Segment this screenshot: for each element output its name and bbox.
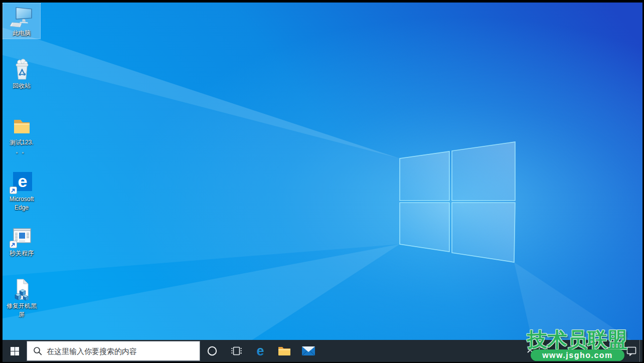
desktop: 此电脑 回收站 xyxy=(3,3,642,362)
network-button[interactable] xyxy=(536,340,550,362)
search-input[interactable] xyxy=(47,347,200,355)
windows10-wallpaper xyxy=(3,3,642,362)
tray-icons-covered-by-watermark xyxy=(550,340,623,362)
icon-label: 回收站 xyxy=(13,82,31,90)
cortana-circle-icon xyxy=(207,345,218,356)
icon-label: Microsoft xyxy=(10,196,34,203)
shortcut-arrow-icon xyxy=(10,187,17,194)
ime-icon[interactable] xyxy=(592,344,599,353)
chevron-up-icon xyxy=(527,348,534,353)
cortana-button[interactable] xyxy=(200,340,224,362)
speech-bubble-icon xyxy=(626,346,637,356)
folder-icon xyxy=(278,345,291,356)
hidden-icons-button[interactable] xyxy=(524,340,536,362)
icon-label: 测试123. xyxy=(10,139,33,146)
mail-button[interactable] xyxy=(296,340,320,362)
svg-text:e: e xyxy=(256,343,264,358)
start-button[interactable] xyxy=(3,340,27,362)
icon-label-line2: 。。 xyxy=(16,147,28,155)
icon-label: 修复开机黑 xyxy=(7,302,37,310)
monitor-icon xyxy=(538,346,548,355)
mail-envelope-icon xyxy=(301,345,315,356)
desktop-icon-microsoft-edge[interactable]: e Microsoft Edge xyxy=(3,169,40,213)
screenshot-frame: 此电脑 回收站 xyxy=(0,0,644,363)
recycle-bin-icon xyxy=(10,57,34,81)
taskbar-search-box[interactable] xyxy=(27,341,200,361)
show-desktop-button[interactable] xyxy=(639,340,642,362)
icon-label: 秒关程序 xyxy=(10,250,34,257)
task-view-icon xyxy=(230,345,243,356)
desktop-icon-seconds-close-program[interactable]: 秒关程序 xyxy=(3,224,40,259)
icon-label-line2: 屏 xyxy=(19,311,25,318)
shortcut-arrow-icon xyxy=(10,241,17,248)
action-center-button[interactable] xyxy=(623,340,639,362)
search-icon xyxy=(33,346,42,355)
file-explorer-button[interactable] xyxy=(272,340,296,362)
folder-icon xyxy=(10,114,34,138)
desktop-icon-recycle-bin[interactable]: 回收站 xyxy=(3,56,40,91)
system-tray xyxy=(524,340,642,362)
edge-e-icon: e xyxy=(253,343,268,358)
icon-label: 此电脑 xyxy=(13,30,31,37)
svg-text:e: e xyxy=(18,171,28,191)
taskbar: e xyxy=(3,340,642,362)
windows-logo-icon xyxy=(11,347,19,355)
edge-button[interactable]: e xyxy=(248,340,272,362)
registry-file-icon xyxy=(10,277,34,301)
desktop-icon-this-pc[interactable]: 此电脑 xyxy=(3,4,40,39)
icon-label-line2: Edge xyxy=(15,204,29,212)
desktop-icon-folder-test123[interactable]: 测试123. 。。 xyxy=(3,113,40,156)
computer-icon xyxy=(10,5,34,29)
desktop-icon-fix-boot-black-screen[interactable]: 修复开机黑 屏 xyxy=(3,276,40,320)
task-view-button[interactable] xyxy=(224,340,248,362)
